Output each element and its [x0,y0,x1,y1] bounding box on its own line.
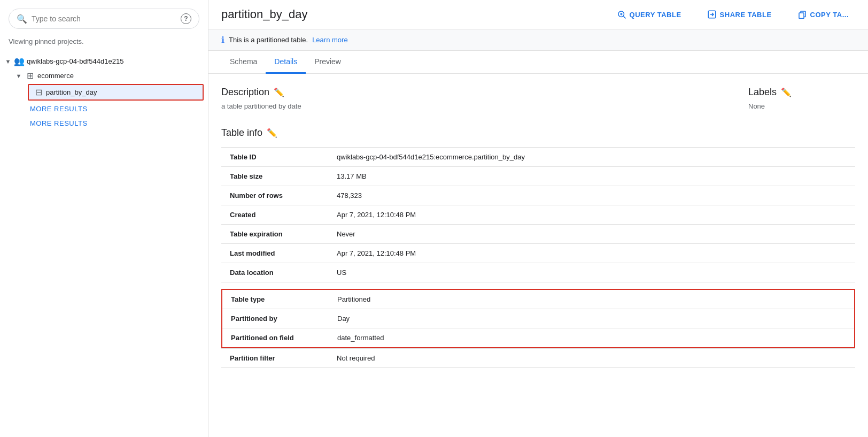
table-row: Last modified Apr 7, 2021, 12:10:48 PM [221,244,855,263]
learn-more-link[interactable]: Learn more [312,36,347,44]
row-value: US [328,263,855,282]
description-title: Description ✏️ [221,87,727,98]
info-banner: ℹ This is a partitioned table. Learn mor… [208,29,868,51]
row-value: 13.17 MB [328,167,855,186]
share-table-label: SHARE TABLE [720,11,772,19]
copy-table-label: COPY TA... [810,11,849,19]
search-icon: 🔍 [17,14,27,24]
table-label: partition_by_day [46,88,97,96]
info-banner-text: This is a partitioned table. [229,36,308,44]
description-edit-icon[interactable]: ✏️ [274,87,284,97]
tab-preview[interactable]: Preview [306,51,350,74]
info-icon: ℹ [221,35,224,45]
main-header: partition_by_day QUERY TABLE SHARE TABLE [208,0,868,29]
table-icon: ⊟ [33,87,44,97]
row-value: 478,323 [328,186,855,205]
table-info-edit-icon[interactable]: ✏️ [267,128,277,138]
description-section: Description ✏️ a table partitioned by da… [221,87,727,110]
copy-table-icon [797,10,807,19]
svg-line-1 [623,16,625,18]
labels-value: None [748,102,855,110]
row-label: Table type [222,289,329,309]
tab-schema[interactable]: Schema [221,51,266,74]
row-value: Day [329,309,855,328]
project-icon: 👥 [14,56,25,66]
copy-table-button[interactable]: COPY TA... [791,6,855,22]
query-table-label: QUERY TABLE [630,11,681,19]
dataset-label: ecommerce [37,72,74,80]
highlighted-row: Partitioned on field date_formatted [222,328,855,348]
project-label: qwiklabs-gcp-04-bdf544d1e215 [27,57,123,65]
sidebar: 🔍 ? Viewing pinned projects. ▼ 👥 qwiklab… [0,0,208,437]
query-table-button[interactable]: QUERY TABLE [610,6,688,22]
viewing-text: Viewing pinned projects. [0,37,208,54]
share-table-icon [707,10,717,19]
highlighted-row: Table type Partitioned [222,289,855,309]
table-row: Created Apr 7, 2021, 12:10:48 PM [221,205,855,225]
row-value: Apr 7, 2021, 12:10:48 PM [328,205,855,225]
row-label: Data location [221,263,328,282]
more-results-2[interactable]: MORE RESULTS [0,116,208,131]
main-panel: partition_by_day QUERY TABLE SHARE TABLE [208,0,868,437]
dataset-icon: ⊞ [25,71,35,81]
row-label: Table expiration [221,225,328,244]
table-row: Table ID qwiklabs-gcp-04-bdf544d1e215:ec… [221,148,855,167]
more-results-1[interactable]: MORE RESULTS [0,102,208,116]
labels-title: Labels ✏️ [748,87,855,98]
table-info-section: Table info ✏️ Table ID qwiklabs-gcp-04-b… [221,127,855,368]
row-value: Not required [328,349,855,368]
row-value: Partitioned [329,289,855,309]
content-area: Description ✏️ a table partitioned by da… [208,74,868,437]
row-label: Last modified [221,244,328,263]
info-table: Table ID qwiklabs-gcp-04-bdf544d1e215:ec… [221,147,855,282]
highlighted-row: Partitioned by Day [222,309,855,328]
table-row: Data location US [221,263,855,282]
row-label: Table size [221,167,328,186]
tree-arrow-dataset: ▼ [15,73,22,79]
tree-item-project[interactable]: ▼ 👥 qwiklabs-gcp-04-bdf544d1e215 [0,54,208,68]
table-info-title: Table info ✏️ [221,127,855,139]
tabs: Schema Details Preview [208,51,868,74]
search-input[interactable] [32,14,176,23]
row-label: Partition filter [221,349,328,368]
table-row: Number of rows 478,323 [221,186,855,205]
tree-arrow-project: ▼ [4,58,12,65]
tab-details[interactable]: Details [266,51,306,74]
row-value: date_formatted [329,328,855,348]
page-title: partition_by_day [221,7,598,21]
row-label: Created [221,205,328,225]
row-value: qwiklabs-gcp-04-bdf544d1e215:ecommerce.p… [328,148,855,167]
description-value: a table partitioned by date [221,102,727,110]
svg-rect-6 [799,13,804,19]
share-table-button[interactable]: SHARE TABLE [701,6,778,22]
tree-item-dataset[interactable]: ▼ ⊞ ecommerce [0,68,208,83]
labels-edit-icon[interactable]: ✏️ [781,87,792,97]
row-label: Partitioned by [222,309,329,328]
row-value: Apr 7, 2021, 12:10:48 PM [328,244,855,263]
row-label: Partitioned on field [222,328,329,348]
table-row: Partition filter Not required [221,349,855,368]
row-value: Never [328,225,855,244]
help-icon[interactable]: ? [181,13,191,24]
top-row: Description ✏️ a table partitioned by da… [221,87,855,110]
table-row: Table size 13.17 MB [221,167,855,186]
labels-section: Labels ✏️ None [748,87,855,110]
table-row: Table expiration Never [221,225,855,244]
highlighted-table: Table type Partitioned Partitioned by Da… [221,289,855,348]
row-label: Number of rows [221,186,328,205]
tree-item-table[interactable]: ⊟ partition_by_day [28,84,204,101]
last-row-table: Partition filter Not required [221,348,855,368]
search-bar: 🔍 ? [9,9,199,29]
query-table-icon [617,10,626,19]
row-label: Table ID [221,148,328,167]
